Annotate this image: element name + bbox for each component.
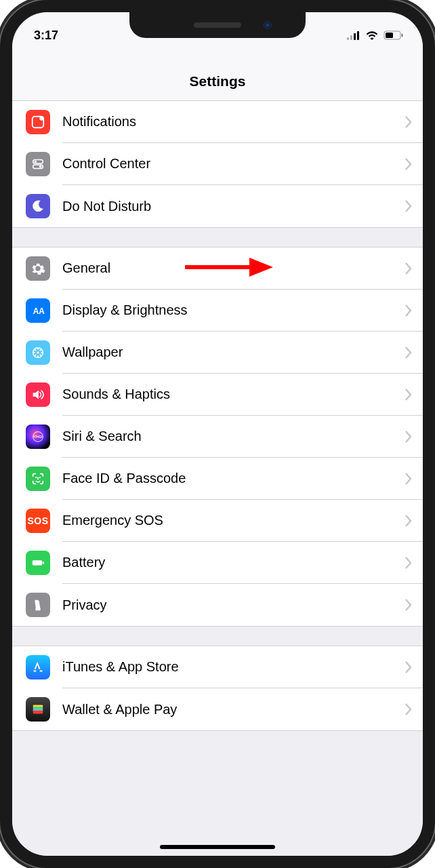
screen: 3:17 Settings	[12, 12, 423, 856]
chevron-right-icon	[405, 557, 412, 569]
chevron-right-icon	[405, 599, 412, 611]
chevron-right-icon	[405, 515, 412, 527]
svg-rect-36	[33, 711, 43, 714]
row-control-center[interactable]: Control Center	[12, 143, 423, 185]
row-label: iTunes & App Store	[62, 659, 405, 675]
chevron-right-icon	[405, 703, 412, 715]
row-wallet-apple-pay[interactable]: Wallet & Apple Pay	[12, 688, 423, 730]
svg-point-20	[33, 352, 35, 353]
svg-point-24	[35, 354, 36, 355]
battery-icon	[384, 31, 404, 40]
svg-point-17	[37, 351, 39, 354]
row-label: Wallet & Apple Pay	[62, 702, 405, 717]
svg-rect-3	[357, 31, 359, 40]
do-not-disturb-icon	[26, 194, 50, 218]
svg-text:AA: AA	[33, 307, 45, 316]
cellular-signal-icon	[347, 31, 360, 40]
row-itunes-app-store[interactable]: iTunes & App Store	[12, 646, 423, 688]
row-battery[interactable]: Battery	[12, 542, 423, 584]
page-title: Settings	[12, 73, 423, 90]
svg-point-25	[39, 354, 41, 355]
row-label: Wallpaper	[62, 344, 405, 360]
status-indicators	[347, 31, 404, 40]
device-notch	[129, 12, 306, 38]
face-id-icon	[26, 467, 50, 491]
row-label: Siri & Search	[62, 429, 405, 444]
siri-icon	[26, 425, 50, 449]
status-time: 3:17	[34, 28, 58, 43]
chevron-right-icon	[405, 304, 412, 317]
chevron-right-icon	[405, 431, 412, 443]
row-wallpaper[interactable]: Wallpaper	[12, 332, 423, 374]
nav-header: Settings	[12, 49, 423, 101]
svg-point-12	[39, 165, 42, 168]
chevron-right-icon	[405, 158, 412, 170]
wallpaper-icon	[26, 340, 50, 365]
chevron-right-icon	[405, 116, 412, 128]
settings-section: General AA Display & Brightness	[12, 247, 423, 627]
svg-rect-5	[386, 33, 393, 38]
front-camera	[264, 21, 272, 29]
row-face-id-passcode[interactable]: Face ID & Passcode	[12, 458, 423, 500]
row-label: General	[62, 260, 405, 276]
svg-point-19	[37, 355, 39, 357]
sos-icon-text: SOS	[27, 515, 48, 526]
row-label: Sounds & Haptics	[62, 387, 405, 402]
chevron-right-icon	[405, 389, 412, 401]
row-do-not-disturb[interactable]: Do Not Disturb	[12, 185, 423, 227]
chevron-right-icon	[405, 262, 412, 275]
svg-rect-30	[33, 560, 43, 565]
chevron-right-icon	[405, 473, 412, 485]
display-brightness-icon: AA	[26, 298, 50, 323]
row-emergency-sos[interactable]: SOS Emergency SOS	[12, 500, 423, 542]
row-general[interactable]: General	[12, 248, 423, 290]
svg-rect-0	[347, 37, 349, 40]
svg-point-8	[39, 116, 43, 120]
chevron-right-icon	[405, 200, 412, 212]
emergency-sos-icon: SOS	[26, 509, 50, 533]
settings-list[interactable]: Notifications Control Center	[12, 101, 423, 856]
row-label: Privacy	[62, 597, 405, 613]
svg-point-23	[39, 349, 41, 351]
wifi-icon	[365, 31, 379, 40]
svg-point-18	[37, 348, 39, 349]
svg-rect-1	[350, 35, 352, 40]
svg-point-10	[35, 161, 37, 163]
svg-rect-6	[402, 34, 403, 37]
sounds-haptics-icon	[26, 382, 50, 407]
row-label: Control Center	[62, 156, 405, 172]
svg-rect-2	[354, 33, 356, 40]
svg-point-28	[39, 477, 41, 478]
settings-section: iTunes & App Store Wallet & Apple Pay	[12, 646, 423, 731]
wallet-icon	[26, 697, 50, 722]
row-label: Do Not Disturb	[62, 199, 405, 214]
row-siri-search[interactable]: Siri & Search	[12, 416, 423, 458]
row-label: Battery	[62, 555, 405, 570]
svg-point-27	[35, 477, 37, 478]
home-indicator[interactable]	[160, 845, 275, 849]
app-store-icon	[26, 655, 50, 679]
row-notifications[interactable]: Notifications	[12, 101, 423, 143]
svg-rect-31	[43, 561, 44, 564]
svg-point-21	[41, 352, 42, 353]
chevron-right-icon	[405, 347, 412, 359]
control-center-icon	[26, 152, 50, 176]
general-icon	[26, 256, 50, 281]
chevron-right-icon	[405, 661, 412, 673]
row-label: Face ID & Passcode	[62, 471, 405, 486]
row-label: Display & Brightness	[62, 302, 405, 318]
svg-rect-32	[35, 608, 40, 611]
settings-section: Notifications Control Center	[12, 101, 423, 228]
battery-settings-icon	[26, 551, 50, 575]
svg-point-22	[35, 349, 36, 351]
row-display-brightness[interactable]: AA Display & Brightness	[12, 290, 423, 332]
row-sounds-haptics[interactable]: Sounds & Haptics	[12, 374, 423, 416]
row-label: Notifications	[62, 114, 405, 130]
row-label: Emergency SOS	[62, 513, 405, 528]
speaker-grille	[194, 22, 241, 28]
privacy-icon	[26, 593, 50, 617]
notifications-icon	[26, 110, 50, 134]
iphone-device-frame: 3:17 Settings	[0, 0, 435, 868]
row-privacy[interactable]: Privacy	[12, 584, 423, 626]
